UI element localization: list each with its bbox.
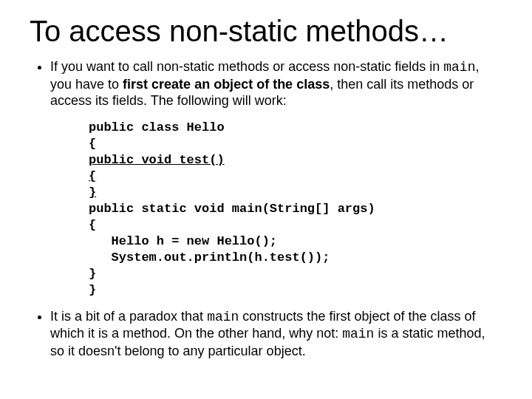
bullet-list-2: It is a bit of a paradox that main const… — [30, 308, 502, 360]
bullet-1: If you want to call non-static methods o… — [50, 58, 502, 109]
code-block: public class Hello { public void test() … — [89, 120, 502, 299]
code-l1: public class Hello — [89, 120, 225, 134]
b1-bold: first create an object of the class — [123, 77, 330, 92]
code-l6: public static void main(String[] args) — [89, 202, 375, 216]
code-l5: } — [89, 185, 96, 200]
code-l3: public void test() — [89, 153, 225, 167]
code-l9: System.out.println(h.test()); — [89, 250, 330, 265]
page-title: To access non-static methods… — [30, 15, 502, 48]
b2-main-2: main — [342, 327, 374, 341]
code-l2: { — [89, 137, 96, 151]
code-l11: } — [89, 283, 96, 297]
b1-main-1: main — [443, 60, 475, 75]
code-l4: { — [89, 169, 96, 183]
code-l7: { — [89, 218, 96, 232]
b2-text-1: It is a bit of a paradox that — [50, 309, 207, 324]
code-l8: Hello h = new Hello(); — [89, 234, 277, 248]
bullet-2: It is a bit of a paradox that main const… — [50, 308, 502, 360]
slide: To access non-static methods… If you wan… — [0, 0, 532, 399]
code-l10: } — [89, 267, 96, 281]
bullet-list: If you want to call non-static methods o… — [30, 58, 502, 109]
b2-main-1: main — [207, 310, 239, 324]
b1-text-1: If you want to call non-static methods o… — [50, 59, 443, 74]
